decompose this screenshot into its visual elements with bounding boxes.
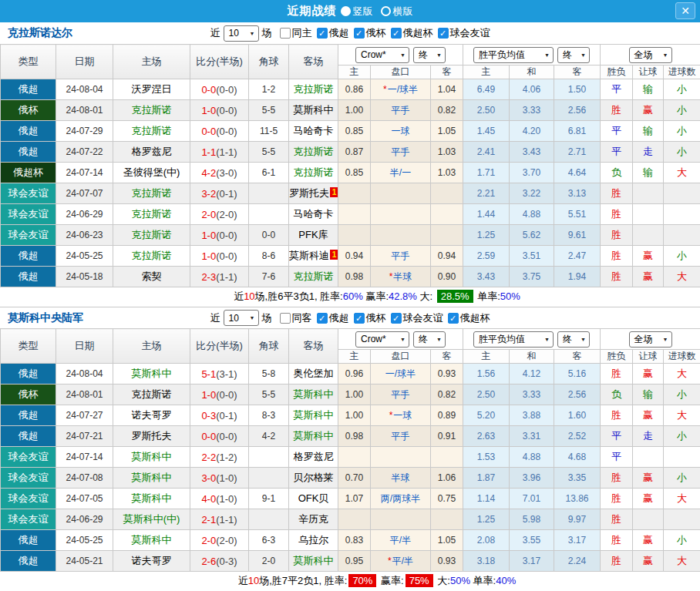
home-team-name: 克拉斯诺 [132, 104, 172, 116]
avg-home-cell: 1.25 [463, 225, 510, 246]
result-cell: 胜 [601, 530, 633, 551]
halftime-score: (0-1) [216, 410, 237, 421]
layout-radio-group: 竖版横版 [341, 5, 413, 18]
home-odds-cell [338, 183, 371, 204]
near-count-select[interactable]: 10 ▼ [224, 310, 259, 326]
date-cell: 24-07-14 [56, 447, 113, 468]
handicap-result-cell: 走 [633, 142, 664, 163]
home-team-cell: 莫斯科中 [113, 364, 190, 384]
handicap-result-cell: 赢 [633, 267, 664, 287]
checkbox-checked[interactable]: ✓ [317, 28, 328, 39]
avg-draw-cell: 3.96 [510, 468, 554, 489]
avg-odds-header: 胜平负均值▼ 终▼ [463, 329, 601, 350]
checkbox-checked[interactable]: ✓ [391, 313, 402, 324]
home-team-name: 诺夫哥罗 [132, 409, 172, 421]
away-team-name: 克拉斯诺 [294, 270, 334, 282]
avg-away-cell: 2.56 [554, 384, 601, 405]
checkbox-unchecked[interactable] [280, 28, 291, 39]
halftime-score: (0-1) [216, 188, 237, 200]
bookmaker-select[interactable]: Crow*▼ [355, 47, 409, 63]
handicap-result-cell: 赢 [633, 100, 664, 121]
goals-result-cell: 大 [664, 163, 700, 183]
away-team-name: 莫斯科中 [294, 555, 334, 566]
odds-time-select[interactable]: 终▼ [413, 331, 446, 348]
handicap-cell: 平手 [371, 426, 431, 447]
corner-cell: 2-0 [249, 551, 289, 572]
scope-select[interactable]: 全场▼ [629, 331, 672, 348]
score-cell: 1-0(0-0) [190, 100, 249, 121]
league-type-cell: 俄超 [1, 79, 56, 100]
chevron-down-icon: ▼ [663, 337, 668, 342]
close-button[interactable]: ✕ [675, 2, 695, 19]
near-count-value: 10 [229, 28, 239, 39]
score-cell: 1-0(0-0) [190, 246, 249, 267]
avg-away-cell: 9.97 [554, 509, 601, 530]
scope-select[interactable]: 全场▼ [629, 47, 672, 63]
halftime-score: (0-0) [216, 389, 237, 401]
layout-radio-option[interactable]: 横版 [381, 5, 413, 18]
checkbox-unchecked[interactable] [280, 313, 291, 324]
away-team-name: 辛历克 [298, 513, 328, 525]
goals-result-cell: 小 [664, 121, 700, 142]
home-odds-cell: 0.86 [338, 79, 371, 100]
result-cell: 胜 [601, 364, 633, 384]
home-odds-cell: 0.94 [338, 246, 371, 267]
star-icon: * [389, 271, 393, 282]
home-odds-cell: 1.00 [338, 100, 371, 121]
checkbox-checked[interactable]: ✓ [448, 313, 459, 324]
stats-summary: 近10场,胜6平3负1, 胜率:60% 赢率:42.8% 大: 28.5% 单率… [0, 287, 700, 307]
handicap-result-cell: 赢 [633, 551, 664, 572]
filter-controls: 近 10 ▼ 场 同主✓俄超✓俄杯✓俄超杯✓球会友谊 [210, 25, 490, 42]
handicap-text: 一球 [392, 126, 410, 136]
avg-away-cell: 2.52 [554, 426, 601, 447]
checkbox-checked[interactable]: ✓ [354, 28, 365, 39]
avg-odds-select[interactable]: 胜平负均值▼ [473, 331, 554, 348]
score-cell: 2-0(2-0) [190, 204, 249, 225]
avg-time-select[interactable]: 终▼ [557, 47, 590, 63]
home-team-cell: 克拉斯诺 [113, 100, 190, 121]
chevron-down-icon: ▼ [663, 52, 668, 58]
odds-time-select[interactable]: 终▼ [413, 47, 446, 63]
away-team-name: 格罗兹尼 [294, 451, 334, 462]
match-row: 球会友谊24-07-08莫斯科中3-0(1-0)贝尔格莱0.70半球1.061.… [1, 468, 700, 489]
away-odds-cell: 0.94 [431, 246, 463, 267]
home-odds-cell: 0.70 [338, 468, 371, 489]
home-team-cell: 克拉斯诺 [113, 204, 190, 225]
avg-odds-select[interactable]: 胜平负均值▼ [473, 47, 554, 63]
fulltime-score: 4-0 [201, 493, 216, 505]
league-type-cell: 球会友谊 [1, 225, 56, 246]
league-type-cell: 俄超 [1, 142, 56, 163]
handicap-cell: *一/球半 [371, 79, 431, 100]
score-cell: 0-0(0-0) [190, 121, 249, 142]
summary-part: 70% [348, 574, 376, 587]
avg-home-cell: 1.53 [463, 447, 510, 468]
checkbox-checked[interactable]: ✓ [391, 28, 402, 39]
bookmaker-select[interactable]: Crow*▼ [355, 331, 409, 348]
chevron-down-icon: ▼ [581, 52, 586, 58]
match-row: 俄超24-07-27诺夫哥罗0-3(0-1)8-3莫斯科中1.00*一球0.89… [1, 405, 700, 426]
handicap-cell [371, 447, 431, 468]
halftime-score: (1-0) [216, 493, 237, 505]
col-type: 类型 [1, 45, 56, 79]
league-type-cell: 俄超 [1, 530, 56, 551]
checkbox-checked[interactable]: ✓ [317, 313, 328, 324]
handicap-result-cell [633, 509, 664, 530]
halftime-score: (2-0) [216, 209, 237, 220]
match-row: 俄超24-05-25莫斯科中2-0(2-0)6-3乌拉尔0.83平/半1.052… [1, 530, 700, 551]
rank-badge: 1 [330, 187, 338, 197]
result-cell: 平 [601, 79, 633, 100]
date-cell: 24-06-23 [56, 225, 113, 246]
stats-summary: 近10场,胜7平2负1, 胜率:70% 赢率:75% 大:50% 单率:40% [0, 572, 700, 591]
checkbox-checked[interactable]: ✓ [354, 313, 365, 324]
near-count-select[interactable]: 10 ▼ [224, 25, 259, 42]
handicap-text: 平/半 [390, 535, 411, 546]
team-section-cska: 莫斯科中央陆军 近 10 ▼ 场 同客✓俄超✓俄杯✓球会友谊✓俄超杯 类型 日期… [0, 307, 700, 591]
col-date: 日期 [56, 45, 113, 79]
away-team-cell: 乌拉尔 [289, 530, 338, 551]
goals-result-cell [664, 204, 700, 225]
summary-part: 50% [450, 575, 470, 586]
layout-radio-selected[interactable]: 竖版 [341, 5, 373, 18]
avg-time-select[interactable]: 终▼ [557, 331, 590, 348]
checkbox-checked[interactable]: ✓ [438, 28, 449, 39]
match-row: 球会友谊24-07-07克拉斯诺3-2(0-1)罗斯托夫12.213.223.1… [1, 183, 700, 204]
